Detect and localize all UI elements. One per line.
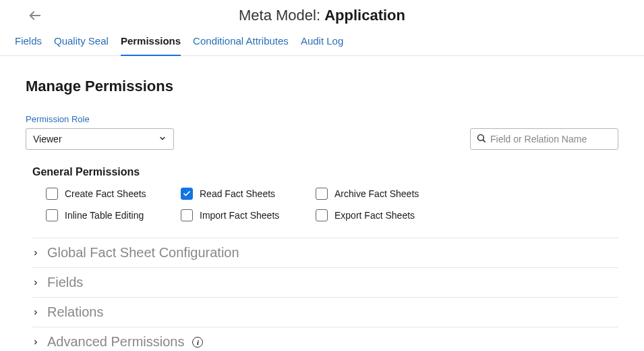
chevron-down-icon <box>158 134 167 144</box>
accordion-label: Fields <box>47 275 83 290</box>
chevron-right-icon <box>32 339 39 346</box>
permission-label: Inline Table Editing <box>65 210 144 221</box>
accordion: Global Fact Sheet ConfigurationFieldsRel… <box>26 238 618 351</box>
accordion-row-advanced-permissions[interactable]: Advanced Permissionsi <box>32 327 618 351</box>
checkbox[interactable] <box>181 188 193 200</box>
tab-quality-seal[interactable]: Quality Seal <box>54 31 109 55</box>
permission-item: Create Fact Sheets <box>46 188 181 200</box>
checkbox[interactable] <box>46 209 58 221</box>
checkbox[interactable] <box>316 209 328 221</box>
accordion-label: Global Fact Sheet Configuration <box>47 245 239 261</box>
checkbox[interactable] <box>46 188 58 200</box>
accordion-label: Relations <box>47 304 103 320</box>
chevron-right-icon <box>32 250 39 256</box>
info-icon[interactable]: i <box>192 337 203 348</box>
tabs: FieldsQuality SealPermissionsConditional… <box>0 24 644 56</box>
permission-label: Export Fact Sheets <box>334 210 415 221</box>
accordion-row-fields[interactable]: Fields <box>32 268 618 298</box>
page-title: Meta Model: Application <box>43 7 631 24</box>
chevron-right-icon <box>32 309 39 316</box>
search-input[interactable] <box>490 134 612 144</box>
permission-item: Inline Table Editing <box>46 209 181 221</box>
checkbox[interactable] <box>181 209 193 221</box>
arrow-left-icon <box>28 8 42 23</box>
permission-item: Read Fact Sheets <box>181 188 316 200</box>
checkbox[interactable] <box>316 188 328 200</box>
general-permissions-title: General Permissions <box>32 166 618 178</box>
title-name: Application <box>324 7 405 24</box>
permission-label: Archive Fact Sheets <box>334 188 419 199</box>
search-icon <box>476 133 486 145</box>
tab-fields[interactable]: Fields <box>15 31 42 55</box>
permission-item: Export Fact Sheets <box>316 209 450 221</box>
permission-item: Archive Fact Sheets <box>316 188 450 200</box>
search-field[interactable] <box>470 128 618 150</box>
general-permissions-grid: Create Fact SheetsRead Fact SheetsArchiv… <box>46 188 618 221</box>
title-prefix: Meta Model: <box>239 7 324 24</box>
permission-label: Create Fact Sheets <box>65 188 146 199</box>
svg-line-2 <box>483 140 485 142</box>
permission-role-value: Viewer <box>33 134 62 144</box>
tab-conditional-attributes[interactable]: Conditional Attributes <box>193 31 289 55</box>
accordion-label: Advanced Permissions <box>47 334 184 350</box>
permission-role-select[interactable]: Viewer <box>26 128 174 150</box>
permission-label: Read Fact Sheets <box>200 188 275 199</box>
tab-permissions[interactable]: Permissions <box>121 31 181 56</box>
page-heading: Manage Permissions <box>26 78 618 95</box>
tab-audit-log[interactable]: Audit Log <box>301 31 343 55</box>
chevron-right-icon <box>32 279 39 286</box>
permission-item: Import Fact Sheets <box>181 209 316 221</box>
accordion-row-global-fact-sheet-configuration[interactable]: Global Fact Sheet Configuration <box>32 238 618 268</box>
permission-label: Import Fact Sheets <box>200 210 279 221</box>
back-button[interactable] <box>27 7 43 24</box>
permission-role-label: Permission Role <box>26 114 174 124</box>
accordion-row-relations[interactable]: Relations <box>32 298 618 327</box>
